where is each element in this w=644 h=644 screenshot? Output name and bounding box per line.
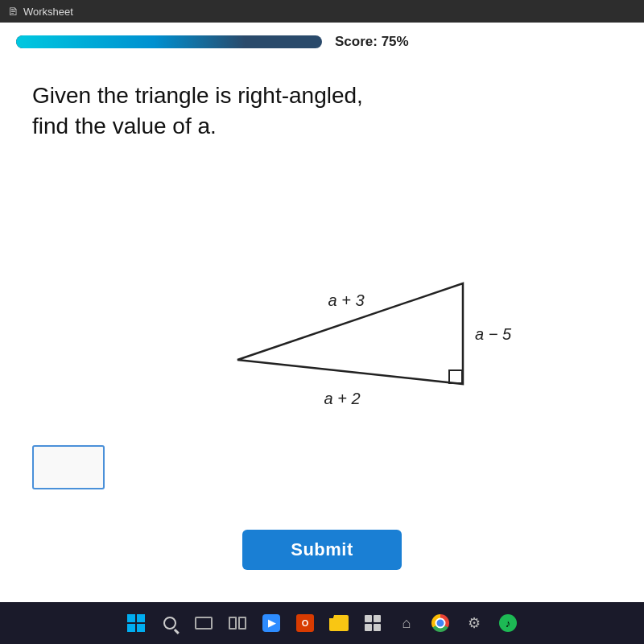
right-angle-marker [449,370,462,383]
windows-start-button[interactable] [123,610,149,636]
folder-button[interactable] [326,610,352,636]
spotify-button[interactable]: ♪ [495,610,521,636]
submit-button[interactable]: Submit [242,530,402,570]
answer-input[interactable] [32,445,105,489]
settings-button[interactable]: ⚙ [461,610,487,636]
split-view-icon [229,617,246,630]
title-text: Worksheet [23,6,73,18]
chrome-button[interactable] [427,610,453,636]
question-area: Given the triangle is right-angled, find… [0,56,644,602]
windows-logo-icon [127,614,145,632]
zoom-button[interactable]: ▶ [258,610,284,636]
task-view-button[interactable] [191,610,217,636]
main-content: Score: 75% Given the triangle is right-a… [0,23,644,602]
search-icon [163,617,176,630]
title-bar: 🖹 Worksheet [0,0,644,23]
side-top-label: a + 3 [328,291,364,309]
search-button[interactable] [157,610,183,636]
office-button[interactable]: O [292,610,318,636]
question-text: Given the triangle is right-angled, find… [32,80,612,142]
task-view-icon [195,617,213,630]
progress-bar-container [16,35,322,48]
settings-gear-icon: ⚙ [465,614,483,632]
progress-area: Score: 75% [0,23,644,56]
score-label: Score: 75% [335,34,409,50]
chrome-icon [431,614,449,632]
triangle-svg: a + 3 a − 5 a + 2 [213,235,519,428]
triangle-diagram: a + 3 a − 5 a + 2 [121,235,612,428]
split-view-button[interactable] [225,610,250,636]
diagram-area: a + 3 a − 5 a + 2 [32,166,612,497]
zoom-icon: ▶ [262,614,280,632]
spotify-icon: ♪ [499,614,517,632]
question-line1: Given the triangle is right-angled, [32,83,363,108]
progress-bar-fill [16,35,246,48]
taskbar: ▶ O ⌂ ⚙ ♪ [0,602,644,644]
side-bottom-label: a + 2 [324,390,360,407]
question-line2: find the value of a. [32,114,217,138]
side-right-label: a − 5 [475,325,512,343]
submit-area: Submit [32,514,612,594]
apps-button[interactable] [360,610,386,636]
office-icon: O [296,614,314,632]
home-icon: ⌂ [398,614,415,632]
worksheet-icon: 🖹 [8,6,19,18]
folder-icon [329,615,349,631]
home-button[interactable]: ⌂ [394,610,419,636]
apps-grid-icon [365,615,381,631]
